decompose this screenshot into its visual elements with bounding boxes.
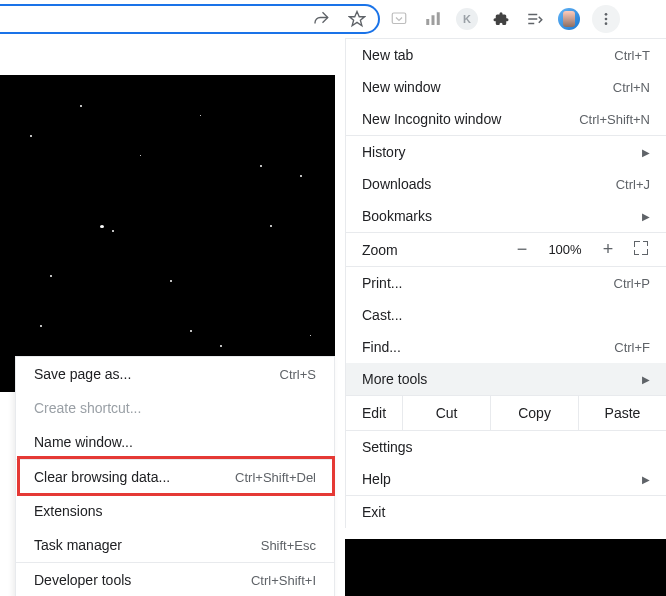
submenu-label: Name window... (34, 434, 316, 450)
menu-shortcut: Ctrl+J (616, 177, 650, 192)
submenu-label: Clear browsing data... (34, 469, 235, 485)
menu-find[interactable]: Find... Ctrl+F (346, 331, 666, 363)
submenu-name-window[interactable]: Name window... (16, 425, 334, 459)
submenu-shortcut: Ctrl+Shift+Del (235, 470, 316, 485)
svg-point-9 (605, 18, 608, 21)
submenu-shortcut: Ctrl+S (280, 367, 316, 382)
extension-analytics-icon[interactable] (422, 8, 444, 30)
menu-bookmarks[interactable]: Bookmarks ▶ (346, 200, 666, 232)
menu-print[interactable]: Print... Ctrl+P (346, 267, 666, 299)
menu-shortcut: Ctrl+T (614, 48, 650, 63)
submenu-extensions[interactable]: Extensions (16, 494, 334, 528)
zoom-out-button[interactable]: − (504, 239, 540, 260)
extensions-puzzle-icon[interactable] (490, 8, 512, 30)
zoom-percentage: 100% (540, 242, 590, 257)
menu-label: Downloads (362, 176, 616, 192)
submenu-developer-tools[interactable]: Developer tools Ctrl+Shift+I (16, 563, 334, 596)
svg-point-10 (605, 22, 608, 25)
share-icon[interactable] (310, 8, 332, 30)
edit-label: Edit (346, 396, 402, 430)
menu-history[interactable]: History ▶ (346, 136, 666, 168)
menu-label: More tools (362, 371, 634, 387)
submenu-arrow-icon: ▶ (642, 374, 650, 385)
submenu-arrow-icon: ▶ (642, 211, 650, 222)
menu-label: Cast... (362, 307, 650, 323)
menu-shortcut: Ctrl+P (614, 276, 650, 291)
menu-help[interactable]: Help ▶ (346, 463, 666, 495)
menu-shortcut: Ctrl+F (614, 340, 650, 355)
submenu-save-page[interactable]: Save page as... Ctrl+S (16, 357, 334, 391)
submenu-label: Save page as... (34, 366, 280, 382)
menu-label: New Incognito window (362, 111, 579, 127)
menu-label: New window (362, 79, 613, 95)
menu-label: Find... (362, 339, 614, 355)
svg-rect-1 (392, 13, 406, 24)
menu-label: Exit (362, 504, 650, 520)
menu-exit[interactable]: Exit (346, 496, 666, 528)
night-sky-image-continued (345, 539, 666, 596)
submenu-label: Task manager (34, 537, 261, 553)
menu-downloads[interactable]: Downloads Ctrl+J (346, 168, 666, 200)
svg-rect-4 (437, 12, 440, 25)
submenu-task-manager[interactable]: Task manager Shift+Esc (16, 528, 334, 562)
extension-pocket-icon[interactable] (388, 8, 410, 30)
menu-cast[interactable]: Cast... (346, 299, 666, 331)
menu-label: History (362, 144, 634, 160)
submenu-clear-browsing-data[interactable]: Clear browsing data... Ctrl+Shift+Del (16, 460, 334, 494)
extension-icons: K (388, 5, 624, 33)
edit-copy[interactable]: Copy (490, 396, 578, 430)
menu-more-tools[interactable]: More tools ▶ (346, 363, 666, 395)
browser-toolbar: K (0, 0, 666, 38)
bookmark-star-icon[interactable] (346, 8, 368, 30)
menu-shortcut: Ctrl+Shift+N (579, 112, 650, 127)
svg-marker-0 (350, 12, 365, 26)
menu-label: New tab (362, 47, 614, 63)
profile-avatar[interactable] (558, 8, 580, 30)
menu-label: Print... (362, 275, 614, 291)
submenu-shortcut: Shift+Esc (261, 538, 316, 553)
svg-point-8 (605, 13, 608, 16)
chrome-menu-button[interactable] (592, 5, 620, 33)
edit-cut[interactable]: Cut (402, 396, 490, 430)
reading-list-icon[interactable] (524, 8, 546, 30)
svg-rect-3 (432, 15, 435, 25)
menu-settings[interactable]: Settings (346, 431, 666, 463)
svg-rect-2 (426, 19, 429, 25)
more-tools-submenu: Save page as... Ctrl+S Create shortcut..… (15, 356, 335, 596)
fullscreen-button[interactable] (626, 241, 656, 258)
menu-label: Bookmarks (362, 208, 634, 224)
zoom-label: Zoom (362, 242, 504, 258)
submenu-create-shortcut: Create shortcut... (16, 391, 334, 425)
menu-new-incognito[interactable]: New Incognito window Ctrl+Shift+N (346, 103, 666, 135)
menu-new-window[interactable]: New window Ctrl+N (346, 71, 666, 103)
chrome-main-menu: New tab Ctrl+T New window Ctrl+N New Inc… (345, 38, 666, 528)
submenu-label: Extensions (34, 503, 316, 519)
submenu-shortcut: Ctrl+Shift+I (251, 573, 316, 588)
extension-k-icon[interactable]: K (456, 8, 478, 30)
menu-shortcut: Ctrl+N (613, 80, 650, 95)
submenu-arrow-icon: ▶ (642, 474, 650, 485)
submenu-label: Developer tools (34, 572, 251, 588)
submenu-label: Create shortcut... (34, 400, 316, 416)
menu-zoom-row: Zoom − 100% + (346, 233, 666, 267)
edit-paste[interactable]: Paste (578, 396, 666, 430)
menu-label: Settings (362, 439, 650, 455)
night-sky-image (0, 75, 335, 392)
menu-new-tab[interactable]: New tab Ctrl+T (346, 39, 666, 71)
zoom-in-button[interactable]: + (590, 239, 626, 260)
menu-edit-row: Edit Cut Copy Paste (346, 396, 666, 431)
address-bar[interactable] (0, 4, 380, 34)
submenu-arrow-icon: ▶ (642, 147, 650, 158)
menu-label: Help (362, 471, 634, 487)
